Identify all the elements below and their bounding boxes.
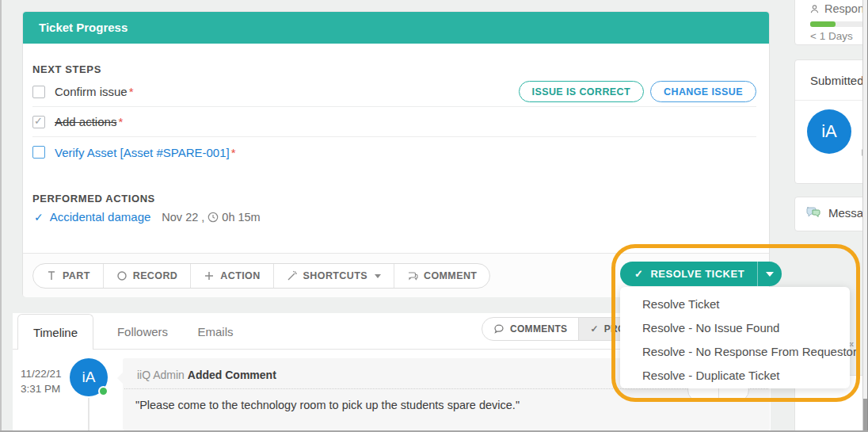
timeline-connector xyxy=(88,398,89,430)
scrollbar-thumb[interactable] xyxy=(863,399,867,430)
speech-bubble-icon xyxy=(493,323,504,335)
response-progress-track xyxy=(810,21,868,27)
response-progress-fill xyxy=(810,21,836,27)
filter-comments[interactable]: COMMENTS xyxy=(482,318,578,340)
check-icon: ✓ xyxy=(634,268,643,280)
comment-button[interactable]: COMMENT xyxy=(394,264,489,288)
part-button[interactable]: PART xyxy=(33,264,104,288)
verify-asset-link[interactable]: Verify Asset [Asset #SPARE-001] xyxy=(55,146,230,159)
wand-icon xyxy=(287,270,298,281)
ticket-action-toolbar: PART RECORD ACTION SHORTCUTS COMM xyxy=(32,263,490,289)
change-issue-button[interactable]: CHANGE ISSUE xyxy=(650,81,756,102)
window-border-left xyxy=(0,0,2,432)
response-sla-card: Response < 1 Days xyxy=(794,0,868,45)
comment-event: Added Comment xyxy=(188,369,276,381)
ticket-progress-title: Ticket Progress xyxy=(23,12,769,44)
next-steps-heading: NEXT STEPS xyxy=(32,63,101,75)
verify-asset-checkbox[interactable] xyxy=(32,146,45,159)
resolve-ticket-button[interactable]: ✓ RESOLVE TICKET xyxy=(620,262,782,286)
clock-icon xyxy=(207,212,219,223)
action-button[interactable]: ACTION xyxy=(191,264,273,288)
tab-emails[interactable]: Emails xyxy=(192,314,239,350)
person-icon xyxy=(809,4,820,14)
tab-timeline[interactable]: Timeline xyxy=(17,314,93,350)
step-row-confirm-issue: Confirm issue * ISSUE IS CORRECT CHANGE … xyxy=(32,77,756,107)
menu-item-resolve-no-issue-found[interactable]: Resolve - No Issue Found xyxy=(620,316,850,340)
required-asterisk: * xyxy=(118,115,123,128)
message-icon xyxy=(805,205,821,220)
required-asterisk: * xyxy=(231,146,236,159)
shortcuts-button[interactable]: SHORTCUTS xyxy=(274,264,394,288)
step-row-verify-asset: Verify Asset [Asset #SPARE-001] * xyxy=(32,137,756,167)
tab-followers[interactable]: Followers xyxy=(111,314,174,350)
comment-author: iiQ Admin xyxy=(137,369,185,381)
performed-action-duration: 0h 15m xyxy=(222,211,260,224)
step-row-add-actions: Add actions * xyxy=(32,107,756,137)
scrollbar-track[interactable] xyxy=(862,0,868,432)
ticket-progress-card: Ticket Progress NEXT STEPS Confirm issue… xyxy=(22,11,770,297)
comment-icon xyxy=(407,270,418,281)
app-viewport: Ticket Progress NEXT STEPS Confirm issue… xyxy=(0,0,868,432)
part-icon xyxy=(46,270,57,281)
check-icon: ✓ xyxy=(590,323,598,335)
step-label: Confirm issue xyxy=(55,85,128,98)
avatar: iA xyxy=(807,109,851,154)
response-value: < 1 Days xyxy=(810,30,853,42)
performed-action-date: Nov 22 , xyxy=(162,211,204,224)
plus-icon xyxy=(204,270,215,281)
performed-action-row: ✓ Accidental damage Nov 22 , 0h 15m xyxy=(34,210,261,224)
resolve-dropdown-toggle[interactable] xyxy=(758,272,782,277)
performed-actions-heading: PERFORMED ACTIONS xyxy=(32,193,155,205)
comment-body: "Please come to the technology room to p… xyxy=(123,389,770,421)
chevron-down-icon xyxy=(766,272,774,277)
issue-is-correct-button[interactable]: ISSUE IS CORRECT xyxy=(519,81,644,102)
menu-item-resolve-duplicate[interactable]: Resolve - Duplicate Ticket xyxy=(620,364,850,388)
add-actions-checkbox[interactable] xyxy=(32,116,45,128)
performed-action-link[interactable]: Accidental damage xyxy=(50,210,151,224)
divider xyxy=(795,100,868,101)
response-label: Response xyxy=(824,2,868,15)
submitted-by-card: Submitted By iA iiQ Admin xyxy=(794,59,868,184)
step-label: Add actions xyxy=(55,115,116,128)
chevron-down-icon xyxy=(375,274,381,278)
record-button[interactable]: RECORD xyxy=(104,264,192,288)
confirm-issue-checkbox[interactable] xyxy=(32,86,45,98)
comment-pointer xyxy=(117,373,123,384)
online-status-dot xyxy=(98,386,108,396)
required-asterisk: * xyxy=(129,85,134,98)
timeline-entry-timestamp: 11/22/21 3:31 PM xyxy=(21,366,70,396)
resolve-dropdown-menu: Resolve Ticket Resolve - No Issue Found … xyxy=(620,287,850,388)
message-card: Message xyxy=(794,197,868,231)
submitted-by-heading: Submitted By xyxy=(810,74,868,87)
record-icon xyxy=(116,270,128,281)
menu-item-resolve-ticket[interactable]: Resolve Ticket xyxy=(620,292,850,316)
check-icon: ✓ xyxy=(34,211,44,224)
menu-item-resolve-no-response[interactable]: Resolve - No Response From Requestor xyxy=(620,340,850,364)
